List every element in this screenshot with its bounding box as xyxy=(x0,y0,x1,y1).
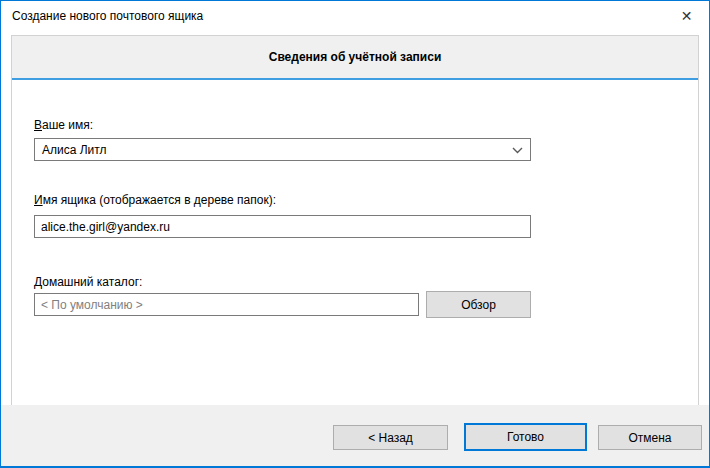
name-combobox[interactable]: Алиса Литл xyxy=(34,138,531,161)
window-title: Создание нового почтового ящика xyxy=(12,1,203,31)
name-combobox-value: Алиса Литл xyxy=(42,143,107,157)
titlebar: Создание нового почтового ящика ✕ xyxy=(1,1,709,31)
finish-button[interactable]: Готово xyxy=(464,423,587,451)
mailbox-name-input[interactable] xyxy=(34,215,531,238)
mailbox-label: Имя ящика (отображается в дереве папок): xyxy=(34,193,276,207)
cancel-button[interactable]: Отмена xyxy=(598,425,702,450)
footer: < Назад Готово Отмена xyxy=(1,405,709,466)
chevron-down-icon[interactable] xyxy=(512,147,523,154)
homedir-input[interactable] xyxy=(34,293,419,316)
panel-title: Сведения об учётной записи xyxy=(269,50,442,64)
close-button[interactable]: ✕ xyxy=(664,1,709,31)
account-info-panel: Сведения об учётной записи Ваше имя: Али… xyxy=(11,35,699,406)
browse-button[interactable]: Обзор xyxy=(426,291,531,318)
homedir-label: Домашний каталог: xyxy=(34,275,142,289)
name-label: Ваше имя: xyxy=(34,118,93,132)
create-mailbox-dialog: Создание нового почтового ящика ✕ Сведен… xyxy=(0,0,710,468)
panel-header: Сведения об учётной записи xyxy=(12,36,698,80)
close-icon: ✕ xyxy=(681,8,693,24)
back-button[interactable]: < Назад xyxy=(333,425,448,450)
